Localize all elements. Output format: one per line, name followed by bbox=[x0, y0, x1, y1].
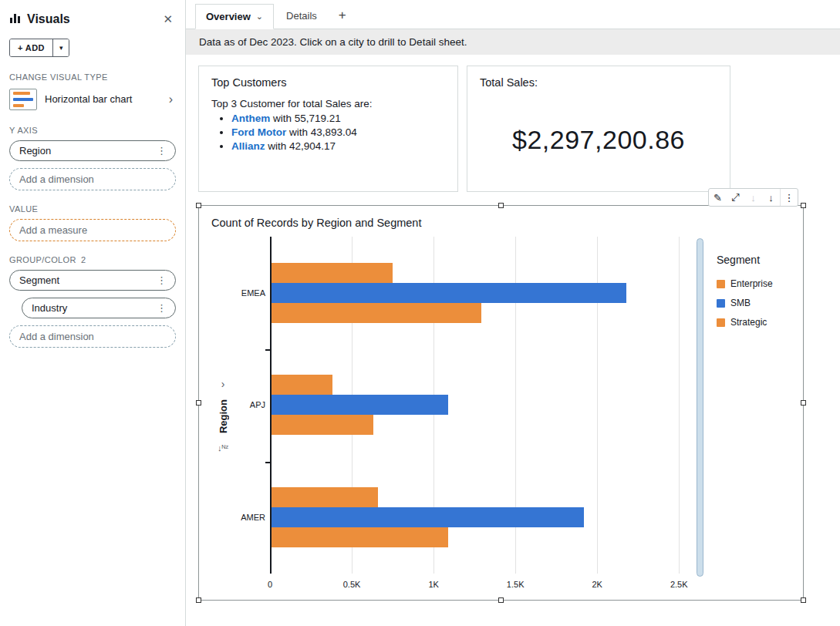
chart-title: Count of Records by Region and Segment bbox=[211, 217, 792, 229]
legend-label: SMB bbox=[730, 298, 751, 308]
bar-amer-smb[interactable] bbox=[270, 507, 584, 527]
arrow-down-icon[interactable]: ↓ bbox=[762, 189, 780, 206]
bar-chart-visual[interactable]: ✎ ⤢ ↓ ↓ ⋮ Count of Records by Region and… bbox=[198, 205, 804, 601]
sheet-tabbar: Overview ⌄ Details + bbox=[186, 0, 840, 29]
y-axis-title: Region bbox=[218, 399, 229, 433]
bar-apj-strategic[interactable] bbox=[270, 415, 373, 435]
bar-emea-smb[interactable] bbox=[270, 283, 626, 303]
customer-name: Ford Motor bbox=[231, 126, 286, 138]
chevron-down-icon[interactable]: ⌄ bbox=[256, 12, 263, 22]
kebab-menu-icon[interactable]: ⋮ bbox=[780, 189, 798, 206]
add-dimension-y-axis[interactable]: Add a dimension bbox=[9, 168, 176, 190]
legend-item-enterprise[interactable]: Enterprise bbox=[717, 278, 792, 289]
field-well-region-label: Region bbox=[19, 145, 51, 156]
bar-amer-strategic[interactable] bbox=[270, 527, 448, 547]
visuals-panel-header: Visuals ✕ bbox=[9, 11, 176, 28]
x-tick-label: 1.5K bbox=[507, 580, 525, 589]
legend-item-strategic[interactable]: Strategic bbox=[717, 317, 792, 328]
legend-items: EnterpriseSMBStrategic bbox=[717, 278, 792, 328]
legend-swatch bbox=[717, 299, 725, 308]
panel-title: Visuals bbox=[27, 12, 70, 26]
top-customers-insight[interactable]: Top Customers Top 3 Customer for total S… bbox=[198, 66, 458, 192]
legend-swatch bbox=[717, 280, 725, 288]
top-customers-list: Anthem with 55,719.21Ford Motor with 43,… bbox=[211, 113, 445, 152]
scrollbar-thumb[interactable] bbox=[697, 238, 703, 577]
edit-pencil-icon[interactable]: ✎ bbox=[709, 189, 727, 206]
resize-handle[interactable] bbox=[498, 597, 504, 603]
bar-chart-icon bbox=[9, 12, 22, 27]
customer-value: with 42,904.17 bbox=[265, 140, 336, 152]
field-well-region[interactable]: Region ⋮ bbox=[9, 140, 176, 161]
visual-type-selector[interactable]: Horizontal bar chart › bbox=[9, 87, 176, 112]
add-caret-icon[interactable]: ▾ bbox=[52, 39, 69, 56]
resize-handle[interactable] bbox=[196, 597, 201, 603]
visuals-panel: Visuals ✕ + ADD ▾ CHANGE VISUAL TYPE Hor… bbox=[0, 0, 186, 626]
maximize-icon[interactable]: ⤢ bbox=[727, 189, 744, 206]
tab-details[interactable]: Details bbox=[274, 3, 329, 29]
y-axis-label: Y AXIS bbox=[9, 126, 176, 135]
field-well-industry-label: Industry bbox=[32, 302, 67, 314]
customer-list-item: Anthem with 55,719.21 bbox=[231, 113, 445, 124]
field-well-segment-label: Segment bbox=[19, 274, 59, 286]
legend-label: Enterprise bbox=[730, 278, 773, 289]
bar-group-amer: AMER bbox=[270, 487, 689, 547]
bar-group-apj: APJ bbox=[270, 375, 689, 435]
x-tick-label: 2.5K bbox=[670, 580, 688, 589]
add-sheet-button[interactable]: + bbox=[329, 4, 356, 29]
bar-groups: EMEAAPJAMER bbox=[270, 237, 689, 574]
kpi-value: $2,297,200.86 bbox=[480, 98, 717, 181]
chart-scrollbar bbox=[697, 238, 704, 577]
customer-list-item: Allianz with 42,904.17 bbox=[231, 140, 445, 152]
field-well-industry[interactable]: Industry ⋮ bbox=[22, 298, 176, 318]
x-tick-label: 1K bbox=[428, 580, 438, 589]
bar-amer-enterprise[interactable] bbox=[270, 487, 378, 507]
insight-title: Top Customers bbox=[211, 76, 445, 89]
resize-handle[interactable] bbox=[498, 203, 504, 208]
x-tick-label: 0 bbox=[268, 580, 272, 589]
kebab-menu-icon[interactable]: ⋮ bbox=[153, 302, 170, 314]
kebab-menu-icon[interactable]: ⋮ bbox=[153, 274, 170, 286]
sheet-canvas: Top Customers Top 3 Customer for total S… bbox=[186, 55, 840, 626]
add-measure-value[interactable]: Add a measure bbox=[9, 219, 176, 241]
add-dimension-group-color[interactable]: Add a dimension bbox=[9, 325, 176, 348]
y-category-label: AMER bbox=[231, 513, 265, 522]
close-icon[interactable]: ✕ bbox=[160, 11, 176, 28]
x-tick-label: 2K bbox=[592, 580, 602, 589]
x-tick-label: 0.5K bbox=[343, 580, 361, 589]
customer-list-item: Ford Motor with 43,893.04 bbox=[231, 126, 445, 138]
customer-name: Allianz bbox=[231, 140, 265, 152]
insight-intro: Top 3 Customer for total Sales are: bbox=[211, 98, 445, 109]
bar-emea-enterprise[interactable] bbox=[270, 263, 393, 283]
resize-handle[interactable] bbox=[196, 400, 201, 406]
chevron-right-icon[interactable]: › bbox=[166, 93, 176, 106]
visual-toolbar: ✎ ⤢ ↓ ↓ ⋮ bbox=[708, 188, 798, 207]
legend-swatch bbox=[717, 318, 725, 327]
y-category-label: EMEA bbox=[231, 288, 265, 298]
kebab-menu-icon[interactable]: ⋮ bbox=[153, 145, 170, 156]
customer-name: Anthem bbox=[231, 113, 270, 124]
customer-value: with 55,719.21 bbox=[270, 113, 341, 124]
chart: Count of Records by Region and Segment ›… bbox=[199, 206, 803, 600]
sheet-banner-text: Data as of Dec 2023. Click on a city to … bbox=[186, 29, 840, 55]
field-well-segment[interactable]: Segment ⋮ bbox=[9, 270, 176, 291]
sheet-area: Overview ⌄ Details + Data as of Dec 2023… bbox=[186, 0, 840, 626]
bar-emea-strategic[interactable] bbox=[270, 303, 481, 323]
plot-area: EMEAAPJAMER bbox=[270, 237, 689, 574]
total-sales-kpi[interactable]: Total Sales: $2,297,200.86 bbox=[467, 66, 730, 192]
resize-handle[interactable] bbox=[196, 203, 201, 208]
kpi-title: Total Sales: bbox=[480, 76, 717, 89]
tab-overview[interactable]: Overview ⌄ bbox=[195, 4, 274, 29]
legend-item-smb[interactable]: SMB bbox=[717, 298, 792, 308]
sort-icon[interactable]: ↓ᴺᶻ bbox=[218, 443, 228, 453]
add-button-group: + ADD ▾ bbox=[9, 39, 69, 57]
visual-type-name: Horizontal bar chart bbox=[45, 93, 158, 106]
resize-handle[interactable] bbox=[801, 203, 806, 208]
legend-label: Strategic bbox=[730, 317, 767, 328]
resize-handle[interactable] bbox=[801, 597, 806, 603]
bar-apj-smb[interactable] bbox=[270, 395, 448, 415]
legend-title: Segment bbox=[717, 254, 792, 266]
add-button[interactable]: + ADD bbox=[10, 39, 52, 56]
resize-handle[interactable] bbox=[801, 400, 806, 406]
expand-axis-icon[interactable]: › bbox=[221, 378, 225, 390]
bar-apj-enterprise[interactable] bbox=[270, 375, 332, 395]
